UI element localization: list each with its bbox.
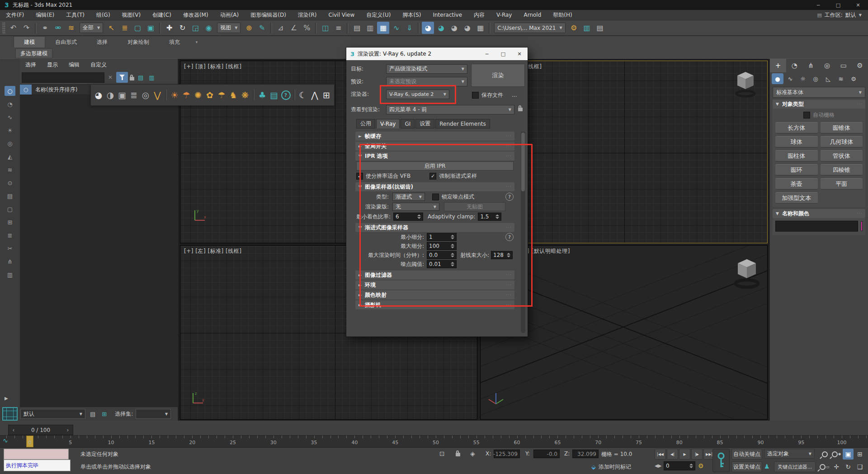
key-filters-button[interactable]: 关键点过滤器... [774, 461, 816, 472]
maximize-button[interactable]: □ [828, 0, 848, 10]
project-folder-dropdown[interactable]: C:\Users\… Max 2021▼ [494, 23, 565, 33]
hierarchy-tab-icon[interactable]: ⋔ [802, 59, 819, 72]
object-type-button-圆环[interactable]: 圆环 [775, 164, 818, 175]
vray-fb-icon[interactable]: ◑ [104, 86, 116, 104]
dialog-minimize-button[interactable]: ─ [479, 47, 495, 60]
menu-item-内容[interactable]: 内容 [468, 10, 491, 20]
ribbon-tab-对象绘制[interactable]: 对象绘制 [118, 37, 159, 47]
zoom-extents-all-icon[interactable]: ⊞ [854, 449, 865, 460]
layer-manager-icon[interactable]: ▤ [351, 22, 363, 34]
timeline-ruler[interactable]: 0510152025303540455055606570758085909510… [0, 435, 868, 448]
object-name-input[interactable] [775, 221, 858, 232]
select-object-icon[interactable]: ↖ [105, 22, 118, 34]
scene-object-list[interactable] [20, 95, 178, 407]
use-pivot-center-icon[interactable]: ⊕ [243, 22, 255, 34]
object-type-button-几何球体[interactable]: 几何球体 [821, 136, 863, 147]
key-step-icon[interactable]: ◀▶ [655, 463, 661, 468]
add-time-tag[interactable]: ⬙ 添加时间标记 [591, 463, 631, 471]
auto-key-button[interactable]: 自动关键点 [731, 449, 762, 460]
ribbon-tab-自由形式[interactable]: 自由形式 [45, 37, 87, 47]
menu-item-视图(V)[interactable]: 视图(V) [116, 10, 147, 20]
save-file-browse-button[interactable]: ... [512, 92, 517, 98]
display-frozen-icon[interactable]: ▥ [5, 270, 15, 280]
vray-stereo-camera-icon[interactable]: ◎ [140, 86, 151, 104]
vray-vegetation-icon[interactable]: ♣ [256, 86, 268, 104]
explorer-window-icon[interactable]: ⊞ [100, 411, 108, 417]
viewport-top-label[interactable]: [+] [顶] [标准] [线框] [184, 63, 241, 71]
modify-tab-icon[interactable]: ◔ [786, 59, 802, 72]
render-preset-icon[interactable]: ⚙ [568, 22, 580, 34]
display-spacewarps-icon[interactable]: ≋ [5, 165, 15, 175]
pan-hand-icon[interactable]: ✛ [831, 461, 842, 472]
display-helpers-icon[interactable]: ◭ [5, 152, 15, 161]
workspace-selector[interactable]: ▤ 工作区: 默认 ▼ [817, 11, 868, 19]
reference-coordinate-dropdown[interactable]: 视图▼ [217, 23, 241, 33]
geometry-category-icon[interactable]: ● [772, 73, 783, 84]
y-coordinate-field[interactable]: -0.0 [533, 450, 560, 458]
explorer-menu-编辑[interactable]: 编辑 [63, 61, 85, 69]
clear-search-icon[interactable]: ✕ [106, 74, 114, 81]
dialog-tab-V-Ray[interactable]: V-Ray [376, 119, 400, 128]
motion-tab-icon[interactable]: ◎ [819, 59, 835, 72]
viewport-left-label[interactable]: [+] [左] [标准] [线框] [184, 247, 241, 255]
search-input[interactable] [22, 72, 104, 83]
view-lock-icon[interactable] [518, 108, 523, 111]
display-cameras-icon[interactable]: ◎ [5, 138, 15, 148]
select-manipulate-icon[interactable]: ✎ [256, 22, 268, 34]
vray-ies-light-icon[interactable]: ✿ [204, 86, 216, 104]
orbit-icon[interactable]: ↻ [843, 461, 854, 472]
maxscript-mini-listener[interactable] [4, 449, 69, 460]
selection-set-keying-dropdown[interactable]: 选定对象▼ [764, 449, 815, 459]
state-sets-icon[interactable]: ▤ [594, 22, 606, 34]
selection-set-dropdown[interactable]: ▼ [136, 409, 171, 419]
z-coordinate-field[interactable]: 32.099 [572, 450, 599, 458]
dialog-tab-GI[interactable]: GI [401, 119, 415, 128]
display-tab-icon[interactable]: ▭ [835, 59, 852, 72]
menu-item-图形编辑器(D)[interactable]: 图形编辑器(D) [245, 10, 292, 20]
vray-physical-camera-icon[interactable]: ⋀ [309, 86, 321, 104]
vray-sphere-icon[interactable]: ☾ [297, 86, 309, 104]
menu-item-Interactive[interactable]: Interactive [427, 10, 468, 20]
selection-lock-toggle-icon[interactable] [456, 453, 460, 456]
schematic-view-icon[interactable]: ⇓ [403, 22, 415, 34]
render-grid-icon[interactable]: ▦ [474, 22, 486, 34]
ribbon-tab-建模[interactable]: 建模 [14, 36, 45, 47]
save-file-checkbox[interactable] [472, 92, 479, 99]
object-type-rollout-header[interactable]: ▼ 对象类型 ··· [773, 100, 865, 109]
flat-view-icon[interactable]: ▥ [147, 74, 156, 81]
panel-expand-icon[interactable]: ▶ [5, 396, 8, 401]
menu-item-文件(F)[interactable]: 文件(F) [0, 10, 30, 20]
view-to-render-dropdown[interactable]: 四元菜单 4 - 前▼ [386, 105, 514, 114]
vray-notes-icon[interactable]: ▤ [268, 86, 280, 104]
display-xrefs-icon[interactable]: ▤ [5, 191, 15, 201]
selection-filter-dropdown[interactable]: 全部▼ [80, 23, 103, 33]
menu-item-组(G)[interactable]: 组(G) [90, 10, 116, 20]
shapes-category-icon[interactable]: ∿ [784, 73, 796, 84]
menu-item-创建(C)[interactable]: 创建(C) [146, 10, 177, 20]
object-type-button-平面[interactable]: 平面 [821, 178, 863, 190]
systems-category-icon[interactable]: ⚙ [848, 73, 859, 84]
lock-icon[interactable] [130, 77, 134, 81]
target-dropdown[interactable]: 产品级渲染模式▼ [386, 64, 467, 74]
play-icon[interactable]: ▶ [679, 449, 690, 460]
pick-mode-icon[interactable]: ⋔ [5, 256, 15, 266]
object-type-button-球体[interactable]: 球体 [775, 136, 818, 147]
display-lights-icon[interactable]: ☀ [5, 125, 15, 135]
menu-item-自定义(U)[interactable]: 自定义(U) [360, 10, 396, 20]
create-tab-icon[interactable]: + [770, 59, 786, 72]
snap-toggle-icon[interactable]: ⊿ [274, 22, 287, 34]
explorer-menu-显示[interactable]: 显示 [42, 61, 63, 69]
object-type-button-圆锥体[interactable]: 圆锥体 [821, 122, 863, 133]
explorer-menu-选择[interactable]: 选择 [20, 61, 42, 69]
dialog-tab-设置[interactable]: 设置 [415, 119, 434, 128]
select-by-name-icon[interactable]: ≣ [118, 22, 131, 34]
object-type-button-四棱锥[interactable]: 四棱锥 [821, 164, 863, 175]
dialog-tab-公用[interactable]: 公用 [356, 119, 375, 128]
auto-grid-checkbox[interactable] [803, 112, 810, 118]
zoom-region-icon[interactable]: ▭ [819, 461, 830, 472]
curve-editor-icon[interactable]: ∿ [390, 22, 402, 34]
list-mode-icon[interactable]: ▤ [88, 411, 97, 417]
maxscript-result-field[interactable]: 执行脚本完毕 [4, 460, 71, 471]
vray-ambient-light-icon[interactable]: ☂ [216, 86, 227, 104]
primitive-category-dropdown[interactable]: 标准基本体▼ [773, 87, 865, 98]
